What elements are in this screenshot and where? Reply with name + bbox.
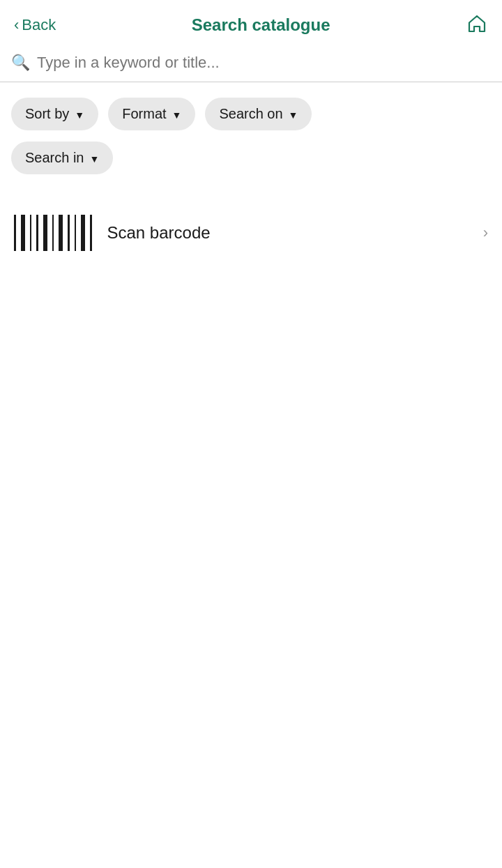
bar <box>52 215 54 251</box>
bar <box>68 215 70 251</box>
bar <box>81 215 85 251</box>
sort-by-button[interactable]: Sort by ▼ <box>11 98 98 130</box>
sort-by-chevron-icon: ▼ <box>75 109 84 121</box>
search-in-chevron-icon: ▼ <box>90 153 100 165</box>
search-bar: 🔍 <box>0 47 502 82</box>
search-on-label: Search on <box>219 106 282 122</box>
format-button[interactable]: Format ▼ <box>108 98 195 130</box>
format-label: Format <box>122 106 166 122</box>
filter-row-2: Search in ▼ <box>0 130 502 174</box>
barcode-bars <box>14 215 92 251</box>
page-title: Search catalogue <box>56 15 466 35</box>
bar <box>43 215 47 251</box>
back-chevron-icon: ‹ <box>14 17 19 33</box>
bar <box>59 215 63 251</box>
filter-row-1: Sort by ▼ Format ▼ Search on ▼ <box>0 82 502 130</box>
scan-barcode-label: Scan barcode <box>107 223 211 243</box>
bar <box>30 215 32 251</box>
scan-barcode-row[interactable]: Scan barcode › <box>0 195 502 271</box>
barcode-icon <box>14 215 92 251</box>
bar <box>36 215 38 251</box>
format-chevron-icon: ▼ <box>172 109 182 121</box>
bar <box>75 215 77 251</box>
sort-by-label: Sort by <box>25 106 69 122</box>
search-in-label: Search in <box>25 150 84 166</box>
back-button[interactable]: ‹ Back <box>14 16 56 34</box>
scan-barcode-chevron-icon: › <box>483 224 488 242</box>
search-on-chevron-icon: ▼ <box>289 109 298 121</box>
bar <box>90 215 92 251</box>
header: ‹ Back Search catalogue <box>0 0 502 47</box>
scan-left-group: Scan barcode <box>14 215 211 251</box>
home-button[interactable] <box>466 13 488 37</box>
search-on-button[interactable]: Search on ▼ <box>205 98 312 130</box>
bar <box>21 215 25 251</box>
search-icon: 🔍 <box>11 54 30 72</box>
search-in-button[interactable]: Search in ▼ <box>11 142 113 174</box>
home-icon <box>466 13 488 37</box>
search-input[interactable] <box>37 54 491 72</box>
back-label: Back <box>22 16 56 34</box>
bar <box>14 215 16 251</box>
